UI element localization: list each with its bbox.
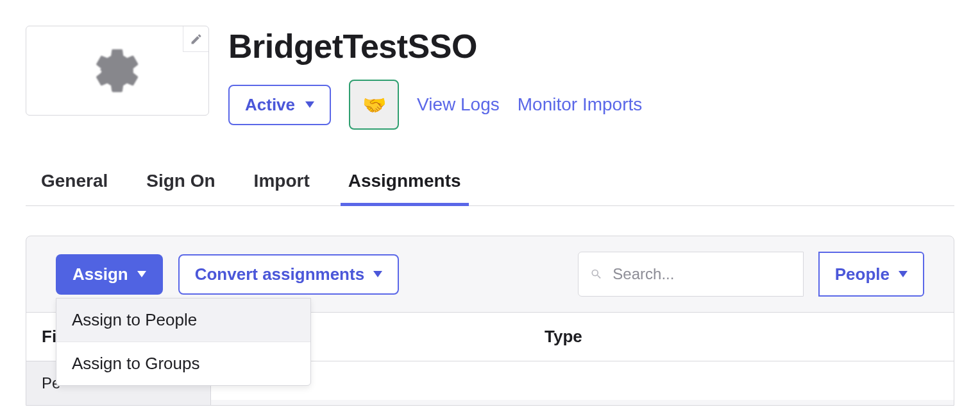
status-dropdown[interactable]: Active xyxy=(228,85,331,125)
tab-import[interactable]: Import xyxy=(254,164,310,205)
people-filter-dropdown[interactable]: People xyxy=(818,252,924,297)
pencil-icon xyxy=(190,33,203,46)
search-box[interactable] xyxy=(578,252,804,297)
app-logo-box xyxy=(26,26,209,116)
search-input[interactable] xyxy=(611,264,791,284)
column-header-type: Type xyxy=(211,312,954,361)
handshake-button[interactable]: 🤝 xyxy=(349,80,399,130)
assign-to-groups-item[interactable]: Assign to Groups xyxy=(56,342,310,385)
convert-assignments-button[interactable]: Convert assignments xyxy=(178,254,399,295)
assign-label: Assign xyxy=(72,264,128,284)
app-title: BridgetTestSSO xyxy=(228,27,954,65)
assignments-panel: Assign Convert assignments People Assign… xyxy=(26,236,954,406)
edit-logo-button[interactable] xyxy=(183,26,208,52)
chevron-down-icon xyxy=(373,271,382,277)
tab-sign-on[interactable]: Sign On xyxy=(146,164,215,205)
monitor-imports-link[interactable]: Monitor Imports xyxy=(518,94,643,115)
handshake-icon: 🤝 xyxy=(362,94,386,116)
chevron-down-icon xyxy=(137,271,146,277)
search-icon xyxy=(590,267,603,281)
tab-assignments[interactable]: Assignments xyxy=(348,164,461,205)
chevron-down-icon xyxy=(899,271,908,277)
gear-icon xyxy=(92,45,143,96)
status-label: Active xyxy=(245,95,295,115)
assign-to-people-item[interactable]: Assign to People xyxy=(56,299,310,342)
assign-dropdown-menu: Assign to People Assign to Groups xyxy=(56,298,311,386)
people-label: People xyxy=(835,264,890,284)
view-logs-link[interactable]: View Logs xyxy=(417,94,500,115)
assignments-table-body xyxy=(211,361,954,400)
assign-dropdown-button[interactable]: Assign xyxy=(56,254,163,295)
tab-general[interactable]: General xyxy=(41,164,108,205)
tab-bar: General Sign On Import Assignments xyxy=(26,164,954,206)
chevron-down-icon xyxy=(305,101,314,108)
convert-label: Convert assignments xyxy=(195,264,364,284)
